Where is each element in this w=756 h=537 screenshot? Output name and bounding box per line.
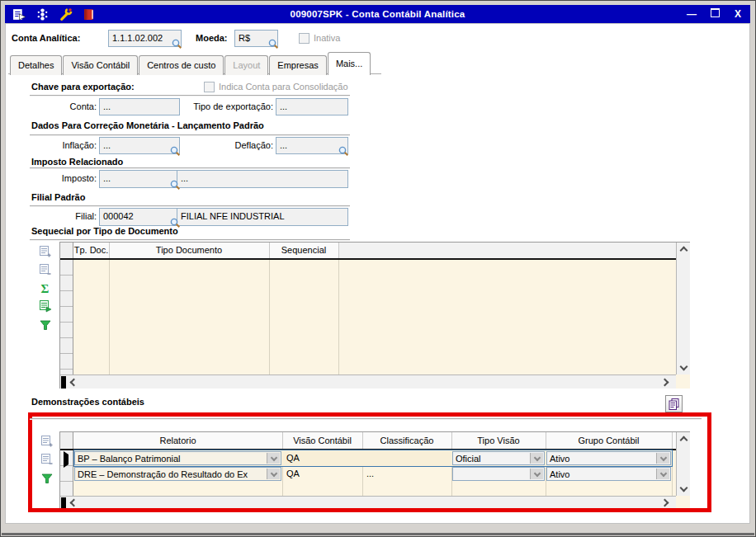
titlebar: 009007SPK - Conta Contábil Analítica — X bbox=[5, 5, 750, 23]
chevron-down-icon[interactable] bbox=[267, 453, 280, 464]
statements-grid: Relatorio Visão Contábil Classificação T… bbox=[59, 431, 690, 509]
inflacao-field[interactable]: ... bbox=[99, 137, 180, 154]
conta-field[interactable]: ... bbox=[99, 98, 180, 115]
deflacao-label: Deflação: bbox=[202, 137, 273, 154]
classificacao-cell-row2[interactable]: ... bbox=[363, 466, 451, 482]
book-icon[interactable] bbox=[81, 7, 96, 21]
conta-analitica-field[interactable]: 1.1.1.02.002 bbox=[108, 30, 182, 47]
classificacao-cell-row1[interactable] bbox=[363, 450, 451, 466]
conta-analitica-label: Conta Analítica: bbox=[12, 30, 80, 47]
col-header-visao-contabil: Visão Contábil bbox=[282, 432, 362, 449]
chevron-down-icon[interactable] bbox=[267, 469, 280, 479]
col-header-tp-doc: Tp. Doc. bbox=[73, 243, 109, 258]
scrollbar-tick bbox=[61, 497, 66, 509]
window-frame-shadow bbox=[2, 533, 754, 535]
statements-add-row-icon[interactable] bbox=[40, 434, 54, 449]
deflacao-field[interactable]: ... bbox=[276, 137, 348, 154]
traffic-light-icon[interactable] bbox=[35, 7, 50, 21]
imposto-code: ... bbox=[103, 173, 111, 183]
scrollbar-tick bbox=[61, 376, 66, 389]
filial-desc: FILIAL NFE INDUSTRIAL bbox=[181, 209, 285, 224]
form-export-icon[interactable] bbox=[12, 7, 26, 21]
grupo-contabil-combobox-row1[interactable]: Ativo bbox=[546, 451, 671, 465]
chevron-down-icon[interactable] bbox=[530, 469, 543, 479]
imposto-desc: ... bbox=[181, 171, 188, 186]
scroll-down-icon[interactable] bbox=[678, 360, 690, 373]
wrench-icon[interactable] bbox=[58, 7, 73, 21]
relatorio-combobox-row2[interactable]: DRE – Demonstração do Resultado do Ex bbox=[74, 467, 281, 481]
scroll-left-icon[interactable] bbox=[68, 376, 80, 389]
sequential-grid-heading: Sequecial por Tipo de Documento bbox=[31, 226, 178, 236]
header-divider bbox=[672, 432, 673, 449]
scroll-right-icon[interactable] bbox=[659, 376, 671, 389]
inflacao-label: Inflação: bbox=[33, 137, 97, 154]
h-scrollbar[interactable] bbox=[60, 496, 676, 509]
visao-contabil-cell-row1[interactable]: QA bbox=[283, 450, 361, 466]
sum-icon[interactable]: Σ bbox=[38, 280, 53, 295]
body-column-line bbox=[672, 450, 673, 496]
row-selector-column bbox=[60, 260, 73, 374]
header-divider bbox=[546, 432, 546, 449]
tipo-exportacao-field[interactable]: ... bbox=[276, 98, 348, 115]
scrollbar-corner bbox=[676, 496, 690, 509]
relatorio-combobox-row1[interactable]: BP – Balanço Patrimonial bbox=[74, 451, 281, 465]
tab-mais[interactable]: Mais... bbox=[328, 52, 371, 75]
statements-heading: Demonstrações contábeis bbox=[31, 397, 144, 407]
visao-contabil-cell-row2[interactable]: QA bbox=[283, 466, 361, 482]
filial-lookup-icon[interactable] bbox=[170, 218, 181, 230]
scroll-down-icon[interactable] bbox=[678, 482, 690, 494]
add-row-icon[interactable] bbox=[38, 244, 53, 259]
imposto-field[interactable]: ... ... bbox=[99, 170, 348, 188]
scroll-up-icon[interactable] bbox=[678, 244, 690, 257]
current-row-marker bbox=[64, 455, 69, 464]
scroll-up-icon[interactable] bbox=[678, 434, 690, 446]
tab-visao-contabil[interactable]: Visão Contábil bbox=[63, 55, 138, 75]
chevron-down-icon[interactable] bbox=[530, 453, 543, 464]
imposto-lookup-icon[interactable] bbox=[170, 180, 181, 192]
tab-empresas[interactable]: Empresas bbox=[269, 55, 327, 75]
scroll-left-icon[interactable] bbox=[68, 497, 80, 509]
chevron-down-icon[interactable] bbox=[656, 469, 669, 479]
maximize-icon bbox=[711, 8, 720, 17]
close-button[interactable]: X bbox=[732, 8, 744, 20]
sequential-section-rule bbox=[30, 239, 350, 241]
col-header-relatorio: Relatorio bbox=[73, 432, 282, 449]
tipo-visao-combobox-row2[interactable] bbox=[452, 467, 545, 481]
moeda-lookup-icon[interactable] bbox=[268, 39, 279, 51]
tipo-visao-combobox-row1[interactable]: Oficial bbox=[452, 451, 545, 465]
chevron-down-icon[interactable] bbox=[656, 453, 669, 464]
v-scrollbar[interactable] bbox=[676, 432, 690, 496]
inativa-checkbox bbox=[299, 33, 309, 44]
filial-field[interactable]: 000042 FILIAL NFE INDUSTRIAL bbox=[99, 208, 348, 226]
sequential-grid: Tp. Doc. Tipo Documento Sequencial bbox=[59, 242, 690, 389]
header-underline bbox=[60, 258, 676, 260]
deflacao-lookup-icon[interactable] bbox=[338, 146, 349, 158]
tax-section-rule bbox=[30, 167, 350, 169]
maximize-button[interactable] bbox=[709, 8, 721, 20]
inflacao-lookup-icon[interactable] bbox=[170, 146, 181, 158]
v-scrollbar[interactable] bbox=[676, 243, 690, 374]
monetary-section-heading: Dados Para Correção Monetária - Lançamen… bbox=[31, 120, 264, 130]
monetary-section-rule bbox=[30, 134, 350, 136]
scroll-right-icon[interactable] bbox=[659, 497, 671, 509]
tab-layout: Layout bbox=[224, 55, 268, 75]
filial-label: Filial: bbox=[33, 208, 97, 225]
col-header-tipo-documento: Tipo Documento bbox=[109, 243, 269, 258]
imposto-label: Imposto: bbox=[33, 170, 97, 187]
col-header-tipo-visao: Tipo Visão bbox=[451, 432, 546, 449]
statements-filter-icon[interactable] bbox=[40, 471, 54, 486]
delete-row-icon[interactable] bbox=[38, 262, 53, 277]
execute-icon[interactable] bbox=[38, 299, 53, 313]
header-divider bbox=[282, 432, 283, 449]
grupo-contabil-combobox-row2[interactable]: Ativo bbox=[546, 467, 671, 481]
minimize-button[interactable]: — bbox=[686, 8, 697, 20]
conta-analitica-lookup-icon[interactable] bbox=[172, 39, 182, 51]
header-divider bbox=[269, 243, 270, 258]
tab-centros-de-custo[interactable]: Centros de custo bbox=[139, 55, 224, 75]
statements-delete-row-icon[interactable] bbox=[40, 452, 54, 467]
report-button[interactable] bbox=[665, 395, 683, 412]
tab-detalhes[interactable]: Detalhes bbox=[10, 55, 62, 75]
consolidacao-label: Indica Conta para Consolidação bbox=[219, 78, 348, 96]
h-scrollbar[interactable] bbox=[60, 374, 676, 389]
filter-icon[interactable] bbox=[38, 318, 53, 332]
